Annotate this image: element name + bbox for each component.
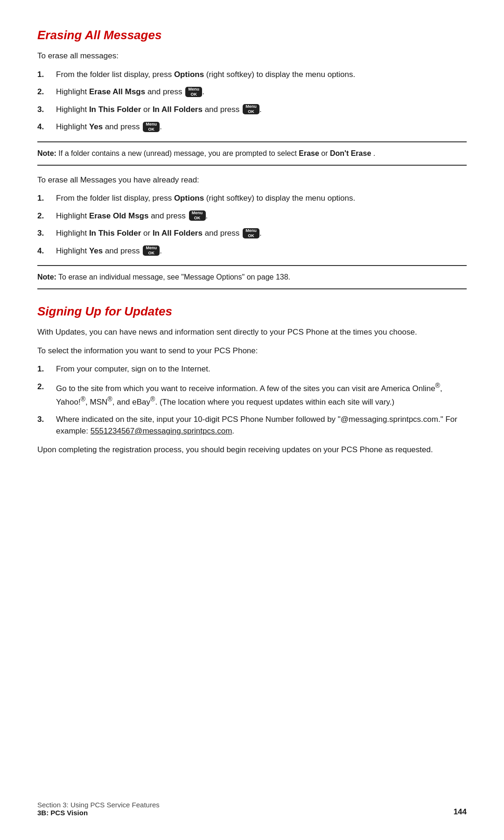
step-content-1a: From the folder list display, press Opti… xyxy=(56,69,467,81)
step-content-3c: Where indicated on the site, input your … xyxy=(56,413,467,437)
section1-steps: 1. From the folder list display, press O… xyxy=(37,69,467,133)
note-text-2: To erase an individual message, see "Mes… xyxy=(58,273,290,281)
step-num-3b: 3. xyxy=(37,227,56,239)
in-all-folders-label-2: In All Folders xyxy=(153,229,203,238)
section1b-steps: 1. From the folder list display, press O… xyxy=(37,192,467,257)
in-this-folder-label-1: In This Folder xyxy=(89,105,141,114)
note-box-1: Note: If a folder contains a new (unread… xyxy=(37,141,467,166)
step-content-2c: Go to the site from which you want to re… xyxy=(56,381,467,408)
step-num-1b: 1. xyxy=(37,192,56,204)
step-num-3c: 3. xyxy=(37,413,56,426)
yes-label-2: Yes xyxy=(89,246,103,255)
footer-page-number: 144 xyxy=(454,807,467,817)
section2-intro1: With Updates, you can have news and info… xyxy=(37,326,467,338)
step-3b: 3. Highlight In This Folder or In All Fo… xyxy=(37,227,467,239)
step-num-1a: 1. xyxy=(37,69,56,81)
menu-ok-btn-3: MenuOK xyxy=(143,122,160,132)
step-content-2a: Highlight Erase All Msgs and press MenuO… xyxy=(56,86,467,98)
menu-ok-btn-5: MenuOK xyxy=(243,228,259,238)
step-num-2a: 2. xyxy=(37,86,56,98)
step-content-4a: Highlight Yes and press MenuOK. xyxy=(56,121,467,133)
menu-ok-btn-2: MenuOK xyxy=(243,104,259,114)
erase-all-msgs-label: Erase All Msgs xyxy=(89,87,145,96)
step-1b: 1. From the folder list display, press O… xyxy=(37,192,467,204)
menu-ok-btn-4: MenuOK xyxy=(189,210,206,221)
menu-ok-btn-1: MenuOK xyxy=(185,87,202,97)
in-all-folders-label-1: In All Folders xyxy=(153,105,203,114)
options-label-1b: Options xyxy=(174,194,204,203)
step-2a: 2. Highlight Erase All Msgs and press Me… xyxy=(37,86,467,98)
step-num-2c: 2. xyxy=(37,381,56,393)
dont-erase-label: Don't Erase xyxy=(330,149,371,157)
section2-steps: 1. From your computer, sign on to the In… xyxy=(37,363,467,437)
in-this-folder-label-2: In This Folder xyxy=(89,229,141,238)
section1b-intro: To erase all Messages you have already r… xyxy=(37,174,467,186)
step-3a: 3. Highlight In This Folder or In All Fo… xyxy=(37,104,467,116)
step-1c: 1. From your computer, sign on to the In… xyxy=(37,363,467,375)
section1-intro: To erase all messages: xyxy=(37,50,467,62)
note-text-1: If a folder contains a new (unread) mess… xyxy=(58,149,299,157)
email-example-link: 5551234567@messaging.sprintpcs.com xyxy=(91,427,232,435)
step-num-4b: 4. xyxy=(37,245,56,257)
section-title-signing: Signing Up for Updates xyxy=(37,304,467,319)
step-num-4a: 4. xyxy=(37,121,56,133)
note-label-2: Note: xyxy=(37,273,56,281)
step-4b: 4. Highlight Yes and press MenuOK. xyxy=(37,245,467,257)
step-content-4b: Highlight Yes and press MenuOK. xyxy=(56,245,467,257)
step-content-3a: Highlight In This Folder or In All Folde… xyxy=(56,104,467,116)
step-content-2b: Highlight Erase Old Msgs and press MenuO… xyxy=(56,210,467,222)
step-content-1c: From your computer, sign on to the Inter… xyxy=(56,363,467,375)
step-content-1b: From the folder list display, press Opti… xyxy=(56,192,467,204)
note-box-2: Note: To erase an individual message, se… xyxy=(37,265,467,289)
step-4a: 4. Highlight Yes and press MenuOK. xyxy=(37,121,467,133)
step-content-3b: Highlight In This Folder or In All Folde… xyxy=(56,227,467,239)
note-period: . xyxy=(373,149,375,157)
step-num-1c: 1. xyxy=(37,363,56,375)
footer-left-group: Section 3: Using PCS Service Features 3B… xyxy=(37,801,160,817)
note-label-1: Note: xyxy=(37,149,56,157)
footer-section-label: Section 3: Using PCS Service Features xyxy=(37,801,160,809)
section2-outro: Upon completing the registration process… xyxy=(37,444,467,456)
erase-old-msgs-label: Erase Old Msgs xyxy=(89,211,149,220)
step-num-2b: 2. xyxy=(37,210,56,222)
note-or-text: or xyxy=(321,149,330,157)
step-1a: 1. From the folder list display, press O… xyxy=(37,69,467,81)
yes-label-1: Yes xyxy=(89,122,103,131)
step-num-3a: 3. xyxy=(37,104,56,116)
section2-intro2: To select the information you want to se… xyxy=(37,345,467,357)
erase-option-label: Erase xyxy=(299,149,319,157)
step-2c: 2. Go to the site from which you want to… xyxy=(37,381,467,408)
options-label-1a: Options xyxy=(174,70,204,79)
step-3c: 3. Where indicated on the site, input yo… xyxy=(37,413,467,437)
section-erasing: Erasing All Messages To erase all messag… xyxy=(37,28,467,289)
footer: Section 3: Using PCS Service Features 3B… xyxy=(37,801,467,817)
menu-ok-btn-6: MenuOK xyxy=(143,245,160,256)
section-signing-up: Signing Up for Updates With Updates, you… xyxy=(37,304,467,455)
footer-subsection-label: 3B: PCS Vision xyxy=(37,809,160,817)
section-title-erasing: Erasing All Messages xyxy=(37,28,467,42)
step-2b: 2. Highlight Erase Old Msgs and press Me… xyxy=(37,210,467,222)
